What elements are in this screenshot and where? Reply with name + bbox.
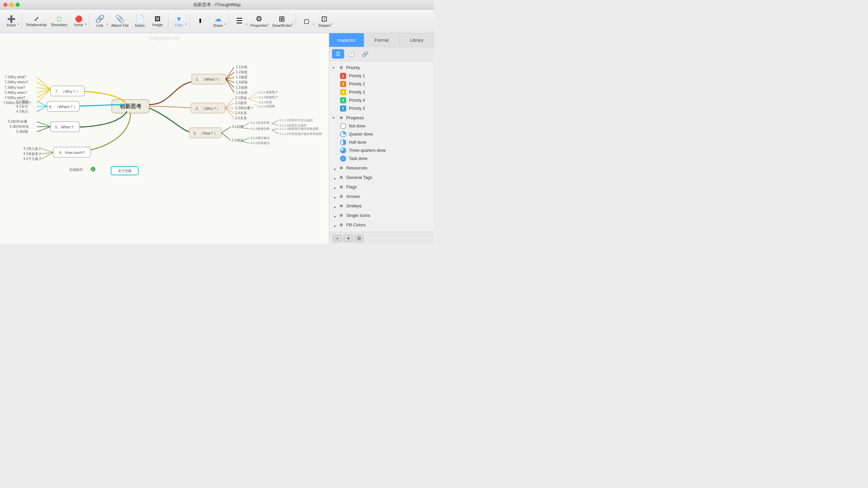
properties-button[interactable]: ☰ ▾ <box>231 11 248 32</box>
maximize-button[interactable] <box>16 3 20 7</box>
resources-section: ▾ ⊘ Resources <box>329 163 434 172</box>
priority-5-item[interactable]: 5 Priority 5 <box>332 104 434 113</box>
progress-section: ▾ ⊘ Progress Not done Quarter done <box>329 113 434 163</box>
svg-text:在线购买: 在线购买 <box>69 168 83 171</box>
publish-button[interactable]: ☁ Share ▾ <box>210 11 226 32</box>
svg-line-76 <box>37 101 47 106</box>
svg-text:4、How much?: 4、How much? <box>59 150 84 155</box>
link-button[interactable]: 🔗 Link ▾ <box>92 11 108 32</box>
notes-label: Notes <box>135 23 145 27</box>
progress-quarter[interactable]: Quarter done <box>332 130 434 138</box>
progress-not-done[interactable]: Not done <box>332 122 434 130</box>
icons-arrow: ▾ <box>85 23 86 26</box>
close-button[interactable] <box>3 3 7 7</box>
boundary-icon: ⬡ <box>57 16 62 22</box>
svg-line-40 <box>222 133 231 140</box>
panel-content: ▾ ⊘ Priority 1 Priority 1 2 Priority 2 3 <box>329 61 434 232</box>
quarter-label: Quarter done <box>349 132 373 137</box>
arrows-section: ▾ ⊘ Arrows <box>329 192 434 201</box>
canvas[interactable]: SadegoNow.com 创新思考 1、（What？） 1.1目标 1.2前提… <box>0 33 329 244</box>
general-tags-header[interactable]: ▾ ⊘ General Tags <box>329 173 434 182</box>
image-button[interactable]: 🖼 Image <box>149 11 166 32</box>
add-button[interactable]: + <box>333 235 342 242</box>
svg-text:5.1程序/步骤: 5.1程序/步骤 <box>8 120 27 123</box>
svg-line-38 <box>222 127 231 133</box>
arrows-chevron: ▾ <box>333 194 337 198</box>
share-button[interactable]: ⬆ <box>192 11 209 32</box>
image-icon: 🖼 <box>155 16 161 22</box>
minimize-button[interactable] <box>9 3 14 7</box>
progress-three-quarters[interactable]: Three quarters done <box>332 146 434 155</box>
priority-4-badge: 4 <box>340 97 346 103</box>
filter-button[interactable]: ▼ Filter ▾ <box>171 11 188 32</box>
svg-text:5、When？: 5、When？ <box>55 125 75 129</box>
single-icons-header[interactable]: ▾ ⊘ Single Icons <box>329 211 434 220</box>
relationship-icon: ⤢ <box>34 16 39 22</box>
tab-library[interactable]: Library <box>399 33 434 47</box>
progress-half[interactable]: Half done <box>332 138 434 146</box>
priority-3-item[interactable]: 3 Priority 3 <box>332 88 434 96</box>
svg-line-52 <box>272 130 278 134</box>
priority-3-badge: 3 <box>340 89 346 95</box>
general-tags-section-icon: ⊘ <box>338 174 344 180</box>
priority-4-item[interactable]: 4 Priority 4 <box>332 96 434 104</box>
smileys-title: Smileys <box>346 203 362 208</box>
tab-inspector[interactable]: Inspector <box>329 33 364 47</box>
svg-line-56 <box>241 141 250 143</box>
map-rollup-label: SmartRules <box>272 23 292 27</box>
fill-colors-section-icon: ⊘ <box>338 222 344 228</box>
fill-colors-header[interactable]: ▾ ⊘ Fill Colors <box>329 220 434 229</box>
arrows-header[interactable]: ▾ ⊘ Arrows <box>329 192 434 201</box>
settings-button[interactable]: ⚙ <box>354 235 364 242</box>
smartrules-button[interactable]: ⚙ Properties ▾ <box>249 11 270 32</box>
tab-format[interactable]: Format <box>364 33 399 47</box>
priority-1-item[interactable]: 1 Priority 1 <box>332 72 434 80</box>
notes-button[interactable]: 📄 Notes <box>132 11 149 32</box>
subtab-link[interactable]: 🔗 <box>359 49 371 59</box>
resources-header[interactable]: ▾ ⊘ Resources <box>329 163 434 172</box>
icons-button[interactable]: 🔴 Icons ▾ <box>70 11 87 32</box>
attach-file-button[interactable]: 📎 Attach File <box>109 11 131 32</box>
smart-shapes-label: Shapes <box>318 23 331 27</box>
smileys-header[interactable]: ▾ ⊘ Smileys <box>329 201 434 210</box>
progress-done[interactable]: Task done <box>332 155 434 163</box>
filter-label: Filter <box>175 23 183 27</box>
svg-line-20 <box>225 103 234 108</box>
subtab-list[interactable]: ☰ <box>332 49 344 59</box>
svg-text:2、（Who？）: 2、（Who？） <box>196 106 220 110</box>
half-label: Half done <box>349 140 366 145</box>
subtab-clock[interactable]: 🕐 <box>346 49 358 59</box>
resources-title: Resources <box>346 165 367 170</box>
svg-text:2.1.1直接客户: 2.1.1直接客户 <box>259 90 278 94</box>
flags-header[interactable]: ▾ ⊘ Flags <box>329 182 434 191</box>
link-arrow: ▾ <box>106 23 108 26</box>
svg-text:关于导图: 关于导图 <box>118 169 132 173</box>
progress-items: Not done Quarter done Half done Three qu… <box>329 122 434 163</box>
priority-section-icon: ⊘ <box>338 64 344 70</box>
smart-shapes-button[interactable]: ⊡ Shapes ▾ <box>316 11 333 32</box>
priority-chevron: ▾ <box>333 66 337 69</box>
svg-text:3.1.2将来怎样: 3.1.2将来怎样 <box>251 127 270 130</box>
progress-header[interactable]: ▾ ⊘ Progress <box>329 113 434 122</box>
boundary-button[interactable]: ⬡ Boundary <box>50 11 70 32</box>
progress-chevron: ▾ <box>333 116 337 120</box>
svg-text:●: ● <box>92 168 94 171</box>
attach-label: Attach File <box>111 23 129 27</box>
svg-text:7.3Why how?: 7.3Why how? <box>4 86 25 89</box>
insert-button[interactable]: ➕ Insert ▾ <box>3 11 20 32</box>
sep4 <box>190 15 190 28</box>
priority-header[interactable]: ▾ ⊘ Priority <box>329 63 434 72</box>
properties-icon: ☰ <box>236 17 243 25</box>
chevron-down-icon[interactable]: ▾ <box>343 235 353 242</box>
relationship-button[interactable]: ⤢ Relationship <box>24 11 49 32</box>
svg-line-48 <box>272 124 278 125</box>
arrows-section-icon: ⊘ <box>338 193 344 199</box>
svg-text:3.1.2.2不按照现行做法将来趋势: 3.1.2.2不按照现行做法将来趋势 <box>279 132 322 136</box>
shapes-button[interactable]: ◻ ▾ <box>298 11 315 32</box>
map-rollup-button[interactable]: ⊞ SmartRules ▾ <box>270 11 294 32</box>
svg-text:2.1.3关系: 2.1.3关系 <box>259 101 272 104</box>
smartrules-arrow: ▾ <box>268 23 269 26</box>
priority-2-item[interactable]: 2 Priority 2 <box>332 80 434 88</box>
smart-shapes-icon: ⊡ <box>321 15 327 23</box>
svg-text:4.1投入多少: 4.1投入多少 <box>23 147 42 150</box>
